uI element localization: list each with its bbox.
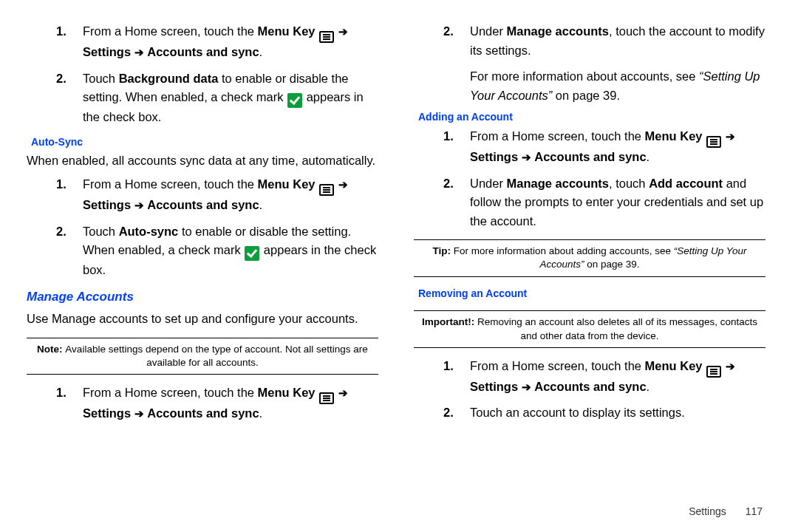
arrow-icon: ➔ (522, 381, 531, 393)
note-label: Note: (37, 344, 65, 355)
more-info-text: For more information about accounts, see… (414, 67, 765, 105)
list-item: 1. From a Home screen, touch the Menu Ke… (27, 22, 378, 62)
auto-sync-description: When enabled, all accounts sync data at … (27, 151, 378, 171)
menu-key-icon (319, 31, 334, 43)
step-number: 1. (414, 127, 470, 146)
list-item: 2. Under Manage accounts, touch the acco… (414, 22, 765, 60)
step-number: 2. (27, 222, 83, 242)
menu-key-icon (706, 366, 721, 378)
heading-manage-accounts: Manage Accounts (27, 287, 378, 307)
important-box: Important!: Removing an account also del… (414, 310, 765, 347)
step-text: Touch an account to display its settings… (470, 403, 765, 423)
important-label: Important!: (422, 316, 477, 327)
list-item: 2. Under Manage accounts, touch Add acco… (414, 174, 765, 231)
note-text: Available settings depend on the type of… (65, 344, 368, 368)
list-item: 2. Touch an account to display its setti… (414, 403, 765, 423)
page-footer: Settings 117 (689, 505, 763, 517)
step-text: From a Home screen, touch the Menu Key ➔… (83, 175, 378, 215)
note-box: Note: Available settings depend on the t… (27, 338, 378, 375)
step-text: From a Home screen, touch the Menu Key ➔… (83, 22, 378, 62)
step-number: 2. (27, 69, 83, 89)
menu-key-icon (706, 136, 721, 148)
list-item: 2. Touch Background data to enable or di… (27, 69, 378, 127)
step-text: Touch Background data to enable or disab… (83, 69, 378, 127)
list-item: 1. From a Home screen, touch the Menu Ke… (27, 383, 378, 423)
heading-adding-account: Adding an Account (418, 109, 765, 126)
tip-label: Tip: (433, 245, 454, 256)
arrow-icon: ➔ (726, 130, 735, 143)
checkmark-icon (245, 246, 259, 261)
tip-box: Tip: For more information about adding a… (414, 239, 765, 276)
step-number: 1. (27, 175, 83, 194)
page-number: 117 (746, 505, 763, 517)
footer-section: Settings (689, 505, 726, 517)
left-list-1: 1. From a Home screen, touch the Menu Ke… (27, 22, 378, 127)
step-number: 2. (414, 22, 470, 41)
heading-auto-sync: Auto-Sync (31, 134, 378, 151)
important-text: Removing an account also deletes all of … (477, 316, 757, 341)
left-list-3: 1. From a Home screen, touch the Menu Ke… (27, 383, 378, 423)
arrow-icon: ➔ (338, 386, 348, 399)
left-column: 1. From a Home screen, touch the Menu Ke… (27, 21, 396, 517)
left-list-2: 1. From a Home screen, touch the Menu Ke… (27, 175, 378, 280)
list-item: 1. From a Home screen, touch the Menu Ke… (27, 175, 378, 215)
arrow-icon: ➔ (134, 407, 144, 420)
step-number: 1. (27, 22, 83, 41)
page: 1. From a Home screen, touch the Menu Ke… (0, 0, 798, 532)
manage-accounts-description: Use Manage accounts to set up and config… (27, 310, 378, 329)
checkmark-icon (287, 93, 302, 108)
step-text: Under Manage accounts, touch Add account… (470, 174, 765, 231)
step-text: Under Manage accounts, touch the account… (470, 22, 765, 60)
menu-key-icon (319, 392, 334, 404)
arrow-icon: ➔ (134, 46, 144, 58)
list-item: 2. Touch Auto-sync to enable or disable … (27, 222, 378, 280)
menu-key-icon (319, 184, 334, 196)
list-item: 1. From a Home screen, touch the Menu Ke… (414, 357, 765, 397)
right-column: 2. Under Manage accounts, touch the acco… (396, 21, 765, 517)
step-number: 2. (414, 174, 470, 194)
step-text: From a Home screen, touch the Menu Key ➔… (83, 383, 378, 423)
right-list-2: 1. From a Home screen, touch the Menu Ke… (414, 127, 765, 231)
right-list-3: 1. From a Home screen, touch the Menu Ke… (414, 357, 765, 423)
list-item: 1. From a Home screen, touch the Menu Ke… (414, 127, 765, 167)
step-text: Touch Auto-sync to enable or disable the… (83, 222, 378, 280)
step-number: 2. (414, 403, 470, 423)
step-number: 1. (27, 383, 83, 403)
right-list-1: 2. Under Manage accounts, touch the acco… (414, 22, 765, 60)
arrow-icon: ➔ (726, 360, 735, 372)
step-text: From a Home screen, touch the Menu Key ➔… (470, 357, 765, 397)
arrow-icon: ➔ (134, 199, 144, 211)
step-text: From a Home screen, touch the Menu Key ➔… (470, 127, 765, 167)
arrow-icon: ➔ (338, 178, 348, 191)
arrow-icon: ➔ (522, 151, 531, 163)
step-number: 1. (414, 357, 470, 376)
arrow-icon: ➔ (338, 25, 348, 38)
heading-removing-account: Removing an Account (418, 286, 765, 302)
